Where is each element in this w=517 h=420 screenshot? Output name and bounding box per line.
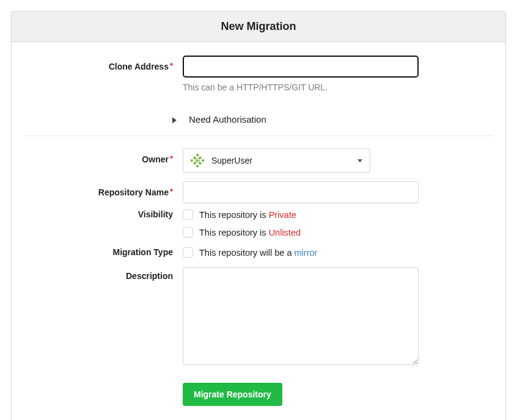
clone-address-field: This can be a HTTP/HTTPS/GIT URL. (183, 56, 419, 92)
triangle-right-icon (172, 117, 177, 123)
clone-address-help: This can be a HTTP/HTTPS/GIT URL. (183, 82, 419, 92)
panel-body: Clone Address* This can be a HTTP/HTTPS/… (12, 42, 505, 420)
clone-address-label-col: Clone Address* (24, 56, 183, 92)
visibility-row: Visibility This repository is Private Th… (24, 209, 493, 245)
unlisted-checkbox[interactable] (183, 227, 193, 237)
unlisted-label: This repository is Unlisted (199, 228, 301, 237)
required-mark: * (170, 61, 173, 70)
accordion-spacer (24, 115, 183, 125)
submit-spacer (24, 373, 183, 406)
mirror-label: This repository will be a mirror (199, 248, 317, 258)
mirror-checkbox[interactable] (183, 247, 193, 258)
private-label: This repository is Private (199, 210, 296, 220)
private-checkbox[interactable] (183, 209, 193, 220)
clone-address-input[interactable] (183, 56, 419, 78)
owner-label-col: Owner* (24, 148, 183, 173)
repo-name-label-col: Repository Name* (24, 181, 183, 203)
svg-rect-4 (196, 165, 199, 167)
description-label: Description (126, 271, 173, 281)
owner-field: SuperUser (183, 148, 419, 173)
required-mark: * (170, 154, 173, 163)
owner-dropdown[interactable]: SuperUser (183, 148, 370, 173)
repo-name-label: Repository Name (98, 187, 169, 197)
unlisted-checkbox-row: This repository is Unlisted (183, 227, 419, 237)
migrate-repository-button[interactable]: Migrate Repository (183, 383, 282, 406)
repo-name-field (183, 181, 419, 203)
unlisted-word: Unlisted (269, 228, 301, 237)
svg-rect-1 (196, 154, 199, 156)
clone-address-label: Clone Address (109, 62, 169, 71)
caret-down-icon (358, 159, 362, 162)
submit-row: Migrate Repository (24, 373, 493, 406)
avatar-icon (191, 154, 204, 167)
divider (24, 136, 493, 136)
repo-name-row: Repository Name* (24, 181, 493, 203)
submit-field: Migrate Repository (183, 373, 419, 406)
mirror-word: mirror (295, 248, 318, 258)
migration-type-row: Migration Type This repository will be a… (24, 247, 493, 265)
visibility-label-col: Visibility (24, 209, 183, 245)
auth-accordion-label: Need Authorisation (183, 114, 266, 125)
clone-address-row: Clone Address* This can be a HTTP/HTTPS/… (24, 56, 493, 92)
panel-title: New Migration (12, 12, 505, 42)
private-word: Private (269, 210, 296, 220)
visibility-field: This repository is Private This reposito… (183, 209, 419, 245)
private-checkbox-row: This repository is Private (183, 209, 419, 220)
description-field (183, 267, 419, 367)
svg-rect-9 (196, 159, 199, 162)
repo-name-input[interactable] (183, 181, 419, 203)
owner-label: Owner (142, 154, 169, 164)
auth-accordion[interactable]: Need Authorisation (24, 114, 493, 125)
description-textarea[interactable] (183, 267, 419, 365)
owner-row: Owner* (24, 148, 493, 173)
description-label-col: Description (24, 267, 183, 367)
visibility-label: Visibility (138, 209, 173, 219)
required-mark: * (170, 187, 173, 196)
svg-rect-3 (202, 159, 204, 162)
mirror-checkbox-row: This repository will be a mirror (183, 247, 419, 258)
svg-rect-2 (191, 159, 193, 162)
migration-type-label: Migration Type (112, 247, 173, 257)
owner-selected: SuperUser (211, 156, 358, 165)
migration-type-label-col: Migration Type (24, 247, 183, 265)
migration-panel: New Migration Clone Address* This can be… (11, 11, 506, 420)
description-row: Description (24, 267, 493, 367)
migration-type-field: This repository will be a mirror (183, 247, 419, 265)
